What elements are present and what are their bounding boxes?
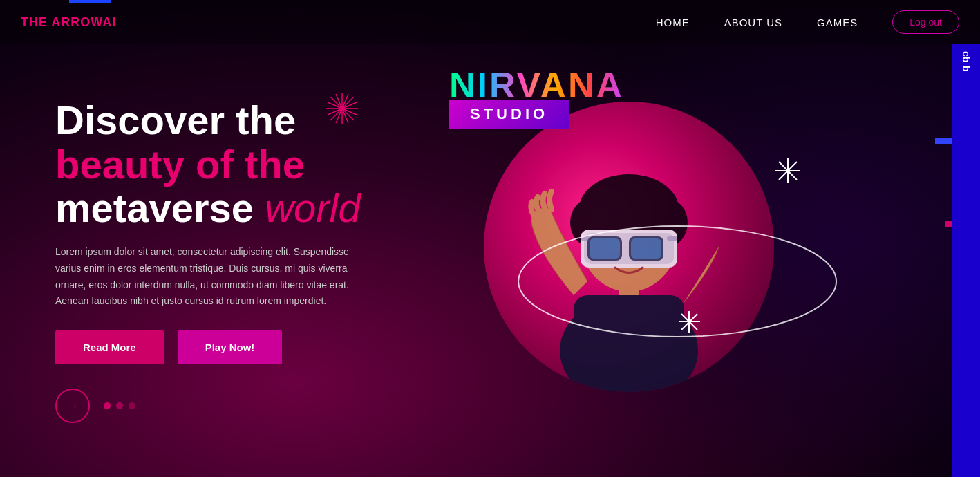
svg-point-30 — [786, 169, 790, 173]
heading-line1: Discover the — [55, 97, 296, 142]
nav-links: HOME ABOUT US GAMES Log out — [656, 10, 959, 34]
studio-branding: NIRVANA STUDIO — [449, 67, 624, 129]
read-more-button[interactable]: Read More — [55, 330, 164, 364]
brand-logo: THE ARROWAI — [21, 15, 116, 30]
side-bar-label: cb — [961, 51, 972, 62]
sparkle-bottom — [677, 310, 701, 337]
pagination-row: → — [55, 389, 373, 423]
star-icon — [325, 91, 359, 126]
heading-line3-italic: world — [265, 185, 361, 230]
nirvana-title: NIRVANA — [449, 67, 624, 103]
dot-2[interactable] — [116, 402, 123, 409]
nav-home[interactable]: HOME — [656, 17, 690, 28]
side-decoration-bar: cb b — [952, 44, 980, 477]
star-decoration — [325, 91, 359, 126]
side-bar-label-2: b — [961, 66, 972, 72]
navbar: THE ARROWAI HOME ABOUT US GAMES Log out — [0, 0, 980, 44]
dot-1[interactable] — [104, 402, 111, 409]
next-arrow-button[interactable]: → — [55, 389, 90, 423]
dot-3[interactable] — [129, 402, 135, 409]
studio-badge: STUDIO — [449, 100, 569, 129]
heading-line3-normal: metaverse — [55, 185, 254, 230]
logout-button[interactable]: Log out — [892, 10, 959, 34]
sparkle-star-icon — [774, 157, 802, 185]
svg-point-35 — [688, 320, 691, 324]
sparkle-top-right — [774, 157, 802, 187]
vr-circle-container — [484, 102, 774, 392]
heading-line2: beauty of the — [55, 142, 305, 187]
nav-about[interactable]: ABOUT US — [724, 17, 782, 28]
main-content: Discover the beauty of the metaverse wor… — [0, 44, 980, 477]
hero-body-text: Lorem ipsum dolor sit amet, consectetur … — [55, 244, 373, 310]
studio-label: STUDIO — [470, 105, 548, 122]
pagination-dots — [104, 402, 135, 409]
arrow-right-icon: → — [66, 399, 79, 413]
play-now-button[interactable]: Play Now! — [178, 330, 283, 364]
sparkle-bottom-icon — [677, 310, 701, 334]
top-accent-bar — [69, 0, 111, 3]
cta-buttons: Read More Play Now! — [55, 330, 373, 364]
hero-right: NIRVANA STUDIO — [415, 60, 980, 461]
nav-games[interactable]: GAMES — [817, 17, 858, 28]
hero-left: Discover the beauty of the metaverse wor… — [0, 71, 415, 451]
